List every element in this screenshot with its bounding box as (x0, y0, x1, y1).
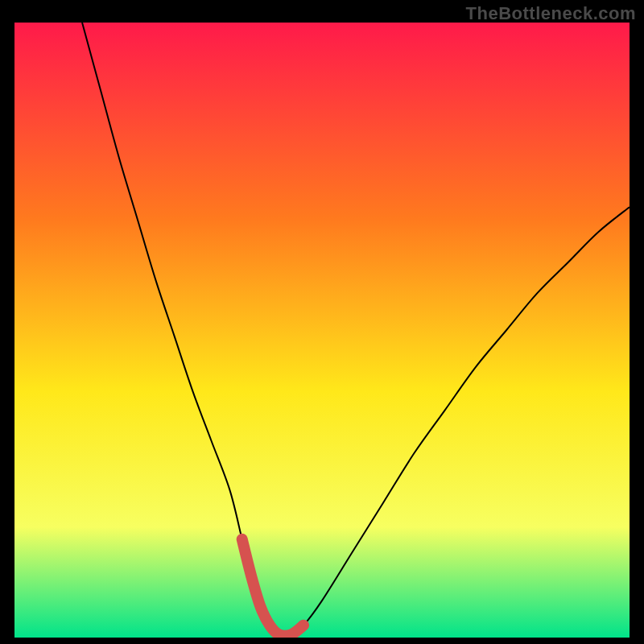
bottleneck-chart (14, 23, 630, 638)
chart-frame: TheBottleneck.com (0, 0, 644, 644)
watermark-text: TheBottleneck.com (466, 3, 636, 24)
plot-area (14, 23, 630, 638)
